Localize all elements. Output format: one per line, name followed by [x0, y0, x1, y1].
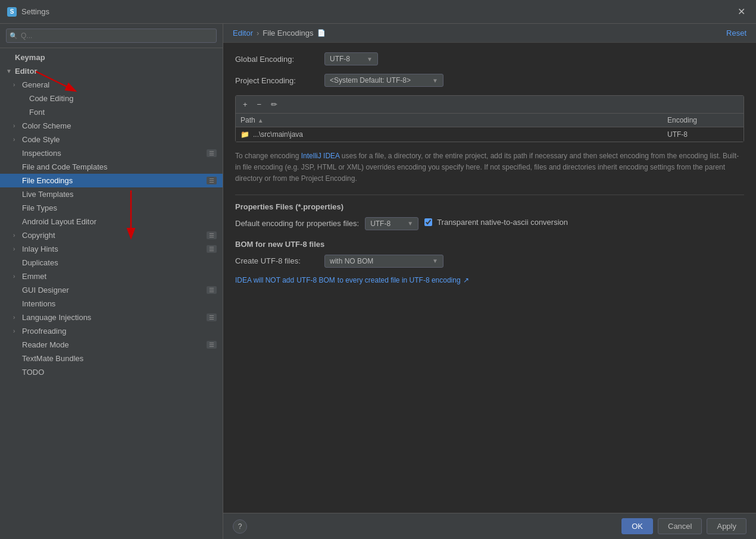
sidebar-item-editor[interactable]: ▼Editor — [0, 64, 223, 78]
sidebar-item-label: Reader Mode — [22, 340, 69, 349]
sidebar-item-inlay-hints[interactable]: ›Inlay Hints☰ — [0, 242, 223, 256]
bom-note-text1: IDEA will NOT add — [235, 276, 294, 284]
create-utf8-value: with NO BOM — [330, 257, 373, 265]
help-button[interactable]: ? — [233, 519, 247, 534]
row-encoding: UTF-8 — [667, 130, 739, 139]
project-encoding-row: Project Encoding: <System Default: UTF-8… — [235, 74, 744, 87]
properties-section-title: Properties Files (*.properties) — [235, 195, 744, 211]
intellij-link: IntelliJ IDEA — [301, 152, 340, 160]
sidebar-item-file-encodings[interactable]: File Encodings☰ — [0, 174, 223, 187]
expand-arrow: › — [13, 246, 19, 252]
sidebar-item-label: File and Code Templates — [22, 162, 108, 171]
sidebar-item-duplicates[interactable]: Duplicates — [0, 256, 223, 270]
sidebar-item-gui-designer[interactable]: GUI Designer☰ — [0, 283, 223, 297]
search-input[interactable] — [6, 29, 217, 43]
sidebar-item-label: Code Style — [22, 135, 60, 144]
sidebar-item-intentions[interactable]: Intentions — [0, 297, 223, 311]
sidebar-item-label: TextMate Bundles — [22, 354, 83, 363]
expand-arrow: › — [13, 328, 19, 334]
default-encoding-row: Default encoding for properties files: U… — [235, 217, 744, 230]
sidebar-item-live-templates[interactable]: Live Templates — [0, 187, 223, 201]
expand-arrow: ▼ — [6, 68, 12, 74]
table-header: Path ▲ Encoding — [236, 114, 743, 127]
panel-body: Global Encoding: UTF-8 ▼ Project Encodin… — [223, 43, 756, 513]
item-badge: ☰ — [207, 149, 217, 157]
create-utf8-dropdown[interactable]: with NO BOM ▼ — [324, 255, 443, 268]
sidebar-item-font[interactable]: Font — [0, 105, 223, 119]
sidebar-item-file-types[interactable]: File Types — [0, 201, 223, 215]
sidebar-item-inspections[interactable]: Inspections☰ — [0, 146, 223, 160]
sidebar-item-label: Live Templates — [22, 190, 73, 199]
sidebar-item-color-scheme[interactable]: ›Color Scheme — [0, 119, 223, 133]
sidebar-item-label: Copyright — [22, 231, 55, 240]
sidebar-item-label: Editor — [15, 67, 38, 76]
add-button[interactable]: + — [239, 98, 251, 111]
default-encoding-dropdown[interactable]: UTF-8 ▼ — [365, 217, 418, 230]
expand-arrow: › — [13, 82, 19, 88]
sidebar-item-general[interactable]: ›General — [0, 78, 223, 92]
breadcrumb-current: File Encodings — [263, 29, 313, 37]
sidebar-item-code-style[interactable]: ›Code Style — [0, 133, 223, 146]
remove-button[interactable]: − — [254, 98, 265, 111]
table-row[interactable]: 📁 ...\src\main\java UTF-8 — [236, 127, 743, 142]
sidebar-item-label: Color Scheme — [22, 121, 71, 130]
sidebar-item-label: File Encodings — [22, 176, 73, 185]
settings-dialog: S Settings ✕ 🔍 Keymap▼Editor›GeneralCode… — [0, 0, 756, 539]
sidebar-item-label: Code Editing — [29, 94, 73, 103]
sidebar-item-language-injections[interactable]: ›Language Injections☰ — [0, 311, 223, 324]
sidebar-item-label: Proofreading — [22, 327, 66, 336]
bom-section-title: BOM for new UTF-8 files — [235, 240, 744, 249]
sidebar-item-emmet[interactable]: ›Emmet — [0, 270, 223, 283]
info-text: To change encoding IntelliJ IDEA uses fo… — [235, 151, 744, 185]
sidebar-item-label: Inlay Hints — [22, 245, 58, 253]
right-panel: Editor › File Encodings 📄 Reset Global E… — [223, 24, 756, 539]
edit-button[interactable]: ✏ — [267, 98, 281, 111]
sidebar-item-keymap[interactable]: Keymap — [0, 51, 223, 64]
sidebar-item-code-editing[interactable]: Code Editing — [0, 92, 223, 105]
ok-button[interactable]: OK — [621, 518, 653, 534]
create-utf8-arrow: ▼ — [432, 258, 438, 264]
transparent-checkbox[interactable] — [424, 218, 432, 226]
project-encoding-dropdown[interactable]: <System Default: UTF-8> ▼ — [324, 74, 443, 87]
project-encoding-arrow: ▼ — [432, 77, 438, 84]
close-button[interactable]: ✕ — [734, 5, 749, 18]
item-badge: ☰ — [207, 231, 217, 239]
item-badge: ☰ — [207, 245, 217, 253]
sidebar-item-textmate-bundles[interactable]: TextMate Bundles — [0, 352, 223, 365]
transparent-row: Transparent native-to-ascii conversion — [424, 218, 568, 227]
sidebar-item-file-code-templates[interactable]: File and Code Templates — [0, 160, 223, 174]
sidebar-item-label: Intentions — [22, 299, 55, 308]
bom-link[interactable]: UTF-8 BOM — [296, 276, 335, 284]
expand-arrow: › — [13, 123, 19, 129]
global-encoding-value: UTF-8 — [330, 55, 350, 63]
project-encoding-label: Project Encoding: — [235, 76, 318, 85]
item-badge: ☰ — [207, 286, 217, 294]
sidebar-item-label: Emmet — [22, 272, 46, 281]
sidebar-tree: Keymap▼Editor›GeneralCode EditingFont›Co… — [0, 48, 223, 539]
sidebar-item-label: Language Injections — [22, 313, 91, 322]
cancel-button[interactable]: Cancel — [658, 518, 702, 534]
breadcrumb-sep: › — [257, 29, 259, 37]
sidebar-item-android-layout-editor[interactable]: Android Layout Editor — [0, 215, 223, 228]
expand-arrow: › — [13, 273, 19, 280]
global-encoding-dropdown[interactable]: UTF-8 ▼ — [324, 52, 378, 65]
bom-section: BOM for new UTF-8 files Create UTF-8 fil… — [235, 240, 744, 284]
breadcrumb-editor[interactable]: Editor — [233, 29, 253, 37]
breadcrumb-bar: Editor › File Encodings 📄 Reset — [223, 24, 756, 43]
sidebar-item-copyright[interactable]: ›Copyright☰ — [0, 228, 223, 242]
default-encoding-label: Default encoding for properties files: — [235, 219, 359, 228]
global-encoding-arrow: ▼ — [367, 56, 373, 62]
sidebar-item-todo[interactable]: TODO — [0, 365, 223, 379]
global-encoding-label: Global Encoding: — [235, 55, 318, 64]
title-bar: S Settings ✕ — [0, 0, 756, 24]
global-encoding-row: Global Encoding: UTF-8 ▼ — [235, 52, 744, 65]
col-path-header: Path ▲ — [240, 116, 667, 124]
folder-icon: 📁 — [240, 130, 249, 139]
item-badge: ☰ — [207, 341, 217, 349]
apply-button[interactable]: Apply — [707, 518, 746, 534]
reset-button[interactable]: Reset — [726, 29, 746, 37]
sidebar-item-proofreading[interactable]: ›Proofreading — [0, 324, 223, 338]
sidebar-item-label: Android Layout Editor — [22, 217, 96, 226]
sidebar-item-label: General — [22, 80, 49, 89]
sidebar-item-reader-mode[interactable]: Reader Mode☰ — [0, 338, 223, 352]
